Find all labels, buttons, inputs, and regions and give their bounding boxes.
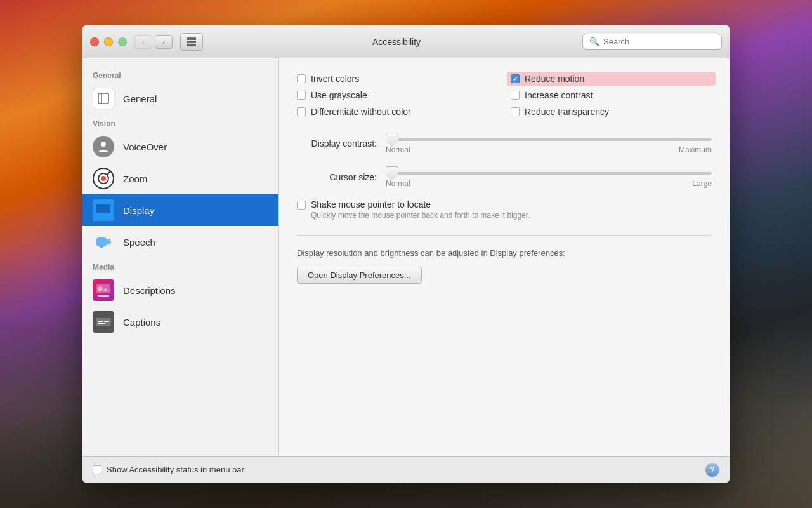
use-grayscale-label[interactable]: Use grayscale (311, 90, 367, 100)
shake-mouse-description: Quickly move the mouse pointer back and … (311, 211, 530, 220)
svg-rect-24 (98, 323, 105, 324)
search-bar[interactable]: 🔍 (582, 34, 722, 50)
svg-rect-0 (98, 93, 108, 104)
use-grayscale-checkbox[interactable] (297, 91, 306, 100)
svg-line-15 (107, 243, 110, 244)
reduce-motion-checkbox[interactable] (511, 74, 520, 83)
speech-icon (93, 231, 114, 253)
display-resolution-section: Display resolution and brightness can be… (297, 235, 712, 284)
cursor-size-row: Cursor size: Normal Large (297, 166, 712, 188)
display-contrast-row: Display contrast: Normal Maximum (297, 132, 712, 154)
cursor-size-end-labels: Normal Large (386, 179, 712, 188)
panel: Invert colors Reduce motion Use grayscal… (279, 58, 730, 456)
sidebar-section-vision: Vision (82, 114, 278, 131)
shake-mouse-title: Shake mouse pointer to locate (311, 199, 530, 210)
cursor-size-right-label: Large (692, 179, 712, 188)
option-invert-colors: Invert colors (297, 74, 498, 84)
reduce-motion-label[interactable]: Reduce motion (525, 74, 584, 84)
invert-colors-checkbox[interactable] (297, 74, 306, 83)
sidebar-item-descriptions-label: Descriptions (123, 285, 176, 296)
svg-rect-10 (101, 214, 106, 216)
forward-button[interactable]: › (155, 35, 173, 49)
svg-rect-11 (99, 216, 108, 217)
increase-contrast-label[interactable]: Increase contrast (525, 90, 593, 100)
traffic-lights (90, 37, 127, 46)
footer-right: ? (705, 463, 719, 477)
cursor-size-left-label: Normal (386, 179, 410, 188)
nav-buttons: ‹ › (134, 35, 173, 49)
svg-rect-12 (96, 237, 107, 246)
display-contrast-label: Display contrast: (297, 138, 386, 149)
options-grid: Invert colors Reduce motion Use grayscal… (297, 74, 712, 117)
footer: Show Accessibility status in menu bar ? (82, 456, 730, 483)
svg-rect-23 (104, 321, 109, 322)
svg-point-3 (101, 142, 106, 147)
shake-mouse-row: Shake mouse pointer to locate Quickly mo… (297, 199, 712, 220)
shake-mouse-checkbox[interactable] (297, 201, 306, 210)
sidebar-item-general-label: General (123, 93, 157, 104)
svg-point-6 (101, 176, 106, 181)
svg-line-13 (107, 239, 110, 241)
cursor-size-range-wrap: Normal Large (386, 166, 712, 188)
maximize-button[interactable] (118, 37, 127, 46)
reduce-transparency-checkbox[interactable] (511, 107, 520, 116)
sidebar-item-display[interactable]: Display (82, 194, 278, 226)
sidebar-item-zoom-label: Zoom (123, 173, 147, 184)
reduce-transparency-label[interactable]: Reduce transparency (525, 107, 609, 117)
open-display-preferences-button[interactable]: Open Display Preferences... (297, 267, 422, 284)
differentiate-without-color-label[interactable]: Differentiate without color (311, 107, 411, 117)
footer-left: Show Accessibility status in menu bar (93, 465, 244, 474)
display-contrast-input[interactable] (386, 138, 712, 141)
sidebar-item-voiceover[interactable]: VoiceOver (82, 131, 278, 163)
show-accessibility-status-label: Show Accessibility status in menu bar (107, 465, 244, 474)
sidebar-item-captions-label: Captions (123, 317, 160, 328)
cursor-size-input[interactable] (386, 172, 712, 175)
increase-contrast-checkbox[interactable] (511, 91, 520, 100)
help-button[interactable]: ? (705, 463, 719, 477)
grid-icon (187, 37, 196, 46)
sidebar-item-voiceover-label: VoiceOver (123, 142, 167, 152)
shake-mouse-text: Shake mouse pointer to locate Quickly mo… (311, 199, 530, 220)
search-icon: 🔍 (589, 37, 599, 46)
display-icon (93, 199, 114, 221)
sidebar-item-general[interactable]: General (82, 83, 278, 114)
display-contrast-slider-wrap: Display contrast: Normal Maximum (297, 132, 712, 154)
general-icon (93, 88, 114, 109)
sidebar: General General Vision (82, 58, 279, 456)
sidebar-item-captions[interactable]: Captions (82, 306, 278, 338)
differentiate-without-color-checkbox[interactable] (297, 107, 306, 116)
titlebar: ‹ › Accessibility 🔍 (82, 25, 730, 58)
svg-rect-21 (96, 318, 111, 326)
search-input[interactable] (603, 37, 715, 46)
cursor-size-slider-wrap: Cursor size: Normal Large (297, 166, 712, 188)
sidebar-item-speech[interactable]: Speech (82, 226, 278, 258)
grid-view-button[interactable] (180, 33, 203, 51)
sidebar-section-media: Media (82, 258, 278, 274)
cursor-size-label: Cursor size: (297, 172, 386, 182)
sidebar-section-general: General (82, 66, 278, 83)
main-content: General General Vision (82, 58, 730, 456)
show-accessibility-status-checkbox[interactable] (93, 465, 102, 474)
display-contrast-left-label: Normal (386, 145, 410, 154)
display-contrast-end-labels: Normal Maximum (386, 145, 712, 154)
display-contrast-range-wrap: Normal Maximum (386, 132, 712, 154)
window-title: Accessibility (211, 37, 582, 47)
invert-colors-label[interactable]: Invert colors (311, 74, 359, 84)
option-reduce-transparency: Reduce transparency (511, 107, 712, 117)
sidebar-item-zoom[interactable]: Zoom (82, 163, 278, 194)
svg-rect-18 (98, 295, 109, 297)
minimize-button[interactable] (104, 37, 113, 46)
captions-icon (93, 311, 114, 333)
option-reduce-motion: Reduce motion (507, 72, 716, 86)
shake-mouse-section: Shake mouse pointer to locate Quickly mo… (297, 199, 712, 220)
svg-rect-9 (96, 204, 110, 213)
option-use-grayscale: Use grayscale (297, 90, 498, 100)
sidebar-item-display-label: Display (123, 205, 154, 216)
svg-point-19 (98, 286, 103, 291)
option-increase-contrast: Increase contrast (511, 90, 712, 100)
back-button[interactable]: ‹ (134, 35, 152, 49)
sidebar-item-descriptions[interactable]: Descriptions (82, 274, 278, 306)
close-button[interactable] (90, 37, 99, 46)
display-resolution-text: Display resolution and brightness can be… (297, 248, 712, 258)
zoom-icon (93, 168, 114, 189)
